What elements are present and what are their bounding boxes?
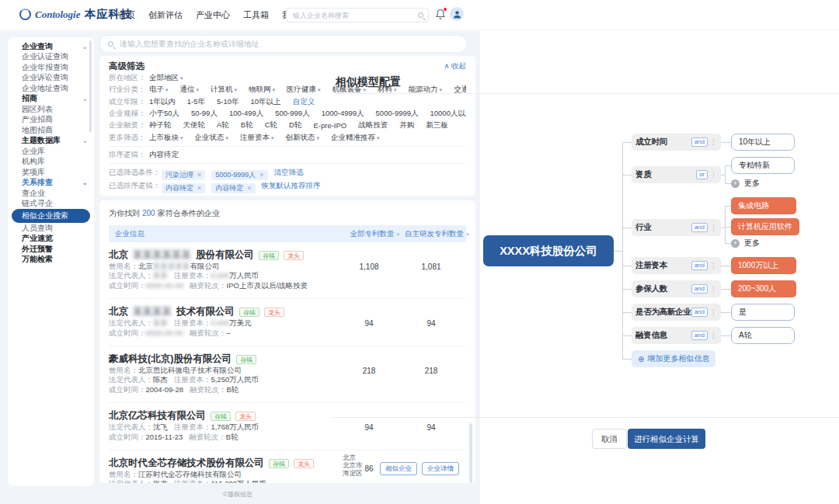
filter-option[interactable]: 小于50人 xyxy=(149,109,179,119)
filter-option[interactable]: 电子▾ xyxy=(149,85,169,95)
restore-sort-link[interactable]: 恢复默认推荐排序 xyxy=(262,181,321,191)
cancel-button[interactable]: 取消 xyxy=(592,429,627,449)
column-patents-own[interactable]: 自主研发专利数量▲ xyxy=(405,229,470,239)
nav-item[interactable]: 工具箱 xyxy=(243,9,269,21)
filter-option[interactable]: B轮 xyxy=(241,120,253,130)
company-search-bar[interactable] xyxy=(99,35,468,53)
filter-option[interactable]: 并购 xyxy=(399,120,414,130)
filter-option[interactable]: 自定义 xyxy=(293,97,315,107)
sidebar-scrollbar[interactable] xyxy=(89,40,92,132)
branch-menu-icon[interactable]: ⋮ xyxy=(710,285,717,293)
sidebar-item[interactable]: 企业地址查询 xyxy=(8,83,94,94)
tree-branch-or[interactable]: 资质or⋮ xyxy=(632,166,721,183)
user-avatar[interactable] xyxy=(450,7,464,21)
add-more-leaf[interactable]: +更多 xyxy=(731,178,760,189)
sidebar-item[interactable]: 企业诉讼查询 xyxy=(8,73,94,84)
branch-operator-tag[interactable]: and xyxy=(691,137,708,147)
similar-company-button[interactable]: 相似企业 xyxy=(380,462,417,475)
tree-branch-and[interactable]: 成立时间and⋮ xyxy=(632,134,721,151)
filter-option[interactable]: D轮 xyxy=(289,120,301,130)
sidebar-item[interactable]: 查企业 xyxy=(8,188,94,199)
filter-option[interactable]: 1000-4999人 xyxy=(322,109,364,119)
sidebar-item[interactable]: 企业认证查询 xyxy=(8,52,94,63)
sidebar-item[interactable]: 招商⌄ xyxy=(8,94,94,105)
remove-chip-icon[interactable]: × xyxy=(197,184,201,192)
filter-option[interactable]: 上市板块▾ xyxy=(149,133,183,143)
selected-chip[interactable]: 内容待定× xyxy=(211,183,255,193)
filter-option[interactable]: E-pre-IPO xyxy=(313,121,346,130)
clear-filters-link[interactable]: 清空筛选 xyxy=(274,168,304,178)
company-row[interactable]: 北京某某某某某某股份有限公司存续龙头曾用名：北京某某某某某有限公司法定代表人：某… xyxy=(109,242,466,299)
company-name[interactable]: 豪威科技(北京)股份有限公司存续 xyxy=(109,353,342,366)
filter-option[interactable]: 企业状态▾ xyxy=(195,133,229,143)
nav-item[interactable]: 首页 xyxy=(118,9,135,21)
header-search[interactable] xyxy=(286,8,429,23)
company-row[interactable]: 北京亿芯科技有限公司存续龙头法定代表人：沈飞 注册资本：1,768万人民币成立时… xyxy=(109,403,466,450)
tree-leaf-value[interactable]: 专精特新 xyxy=(731,157,795,174)
filter-option[interactable]: 全部地区▾ xyxy=(149,73,183,83)
sidebar-item[interactable]: 奖项库 xyxy=(8,167,94,178)
company-name[interactable]: 北京某某某某某某股份有限公司存续龙头 xyxy=(109,249,342,262)
tree-leaf-value[interactable]: 1000万以上 xyxy=(731,257,796,274)
company-name[interactable]: 北京时代全芯存储技术股份有限公司存续龙头 xyxy=(109,457,342,470)
sidebar-item[interactable]: 产业速览 xyxy=(8,234,94,245)
nav-item[interactable]: 产业中心 xyxy=(196,9,230,21)
branch-operator-tag[interactable]: and xyxy=(691,261,708,270)
sidebar-item[interactable]: 关系排查⌄ xyxy=(8,178,94,189)
nav-item[interactable]: 创新评估 xyxy=(148,9,183,21)
tree-leaf-value[interactable]: 200~300人 xyxy=(731,280,796,297)
filter-option[interactable]: 企业精准推荐▾ xyxy=(331,133,380,143)
column-patents-all[interactable]: 全部专利数量▲ xyxy=(350,229,401,239)
filter-option[interactable]: 5-10年 xyxy=(217,97,239,107)
filter-option[interactable]: 物联网▾ xyxy=(249,85,275,95)
sidebar-item[interactable]: 机构库 xyxy=(8,157,94,168)
filter-option[interactable]: 通信▾ xyxy=(180,85,200,95)
collapse-link[interactable]: ∧ 收起 xyxy=(444,61,466,71)
sidebar-item[interactable]: 万能检索 xyxy=(8,255,94,266)
sidebar-item[interactable]: 企业年报查询 xyxy=(8,62,94,73)
sidebar-item[interactable]: 企业库 xyxy=(8,146,94,157)
selected-chip[interactable]: 内容待定× xyxy=(162,183,205,193)
company-row[interactable]: 豪威科技(北京)股份有限公司存续曾用名：北京思比科微电子技术有限公司法定代表人：… xyxy=(109,346,466,403)
filter-option[interactable]: 10000人以上 xyxy=(430,109,466,119)
filter-option[interactable]: 种子轮 xyxy=(149,120,172,130)
sidebar-item[interactable]: 地图招商 xyxy=(8,125,94,136)
branch-menu-icon[interactable]: ⋮ xyxy=(710,171,717,179)
tree-leaf-value[interactable]: 集成电路 xyxy=(731,197,796,214)
filter-option[interactable]: 新三板 xyxy=(426,120,448,130)
filter-option[interactable]: 天使轮 xyxy=(183,120,206,130)
sidebar-item[interactable]: 园区列表 xyxy=(8,104,94,115)
filter-option[interactable]: 1年以内 xyxy=(149,97,176,107)
sidebar-item[interactable]: 主题数据库⌄ xyxy=(8,136,94,147)
tree-leaf-value[interactable]: 是 xyxy=(731,304,795,321)
filter-option[interactable]: 1-5年 xyxy=(187,97,205,107)
branch-menu-icon[interactable]: ⋮ xyxy=(710,308,717,316)
model-root-node[interactable]: XXXX科技股份公司 xyxy=(483,235,614,266)
filter-option[interactable]: 5000-9999人 xyxy=(376,109,419,119)
branch-operator-tag[interactable]: and xyxy=(691,284,708,294)
results-scrollbar[interactable] xyxy=(469,423,472,483)
sidebar-item[interactable]: 外迁预警 xyxy=(8,244,94,255)
filter-option[interactable]: 计算机▾ xyxy=(211,85,237,95)
filter-option[interactable]: 10年以上 xyxy=(251,97,281,107)
remove-chip-icon[interactable]: × xyxy=(197,171,201,179)
tree-leaf-value[interactable]: A轮 xyxy=(731,327,795,344)
company-row[interactable]: 北京某某某某技术有限公司存续龙头法定代表人：某某 注册资本：0,000万美元成立… xyxy=(109,299,466,346)
tree-leaf-value[interactable]: 计算机应用软件 xyxy=(731,218,799,235)
branch-menu-icon[interactable]: ⋮ xyxy=(710,138,717,146)
remove-chip-icon[interactable]: × xyxy=(247,184,251,192)
tree-branch-and[interactable]: 参保人数and⋮ xyxy=(632,280,721,297)
filter-option[interactable]: 战略投资 xyxy=(358,120,388,130)
sidebar-item-selected[interactable]: 相似企业搜索 xyxy=(12,209,90,223)
filter-option[interactable]: A轮 xyxy=(217,120,229,130)
notification-bell-icon[interactable] xyxy=(435,9,446,20)
search-icon[interactable] xyxy=(418,12,423,18)
filter-option[interactable]: 创新状态▾ xyxy=(286,133,320,143)
company-name[interactable]: 北京亿芯科技有限公司存续龙头 xyxy=(109,409,342,422)
filter-option[interactable]: 注册资本▾ xyxy=(240,133,274,143)
branch-operator-tag[interactable]: or xyxy=(696,170,708,179)
sidebar-item[interactable]: 人员查询 xyxy=(8,223,94,234)
company-search-input[interactable] xyxy=(118,39,459,49)
run-similarity-button[interactable]: 进行相似企业计算 xyxy=(628,429,705,449)
sidebar-item[interactable]: 链式寻企 xyxy=(8,199,94,210)
